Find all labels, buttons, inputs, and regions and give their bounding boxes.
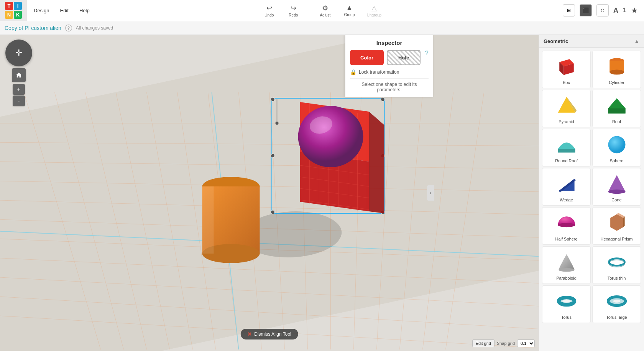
color-button[interactable]: Color: [350, 50, 384, 65]
group-button[interactable]: ▲ Group: [339, 2, 360, 18]
star-view-button[interactable]: ★: [631, 6, 638, 15]
3d-view-button[interactable]: ⬛: [580, 4, 592, 16]
hole-button[interactable]: Hole: [387, 50, 421, 65]
svg-marker-81: [623, 216, 624, 227]
project-name[interactable]: Copy of PI custom alien: [5, 25, 61, 31]
sphere-label: Sphere: [610, 158, 623, 163]
help-badge[interactable]: ?: [65, 25, 72, 31]
box-label: Box: [563, 80, 570, 85]
shape-item-pyramid[interactable]: Pyramid: [542, 90, 591, 127]
shape-item-box[interactable]: Box: [542, 51, 591, 88]
roof-label: Roof: [612, 119, 621, 124]
torus-label: Torus: [561, 315, 572, 320]
shape-item-torus-large[interactable]: Torus large: [592, 285, 641, 323]
svg-point-77: [608, 190, 625, 194]
torus-large-icon: [605, 289, 629, 313]
menu-edit[interactable]: Edit: [54, 4, 74, 16]
redo-button[interactable]: ↪ Redo: [283, 2, 304, 19]
snap-grid-label: Snap grid: [497, 341, 515, 346]
torus-icon: [554, 289, 579, 313]
grid-view-button[interactable]: ⊞: [563, 4, 575, 16]
undo-icon: ↩: [266, 4, 272, 12]
half-sphere-icon: [554, 211, 579, 235]
inspector-help-icon[interactable]: ?: [425, 50, 429, 65]
lock-icon: 🔒: [350, 69, 356, 75]
number-view-button[interactable]: 1: [623, 7, 626, 14]
menu-help[interactable]: Help: [74, 4, 95, 16]
pan-arrows: ✛: [15, 48, 22, 58]
torus-large-label: Torus large: [606, 315, 627, 320]
adjust-button[interactable]: ⚙ Adjust: [315, 2, 336, 19]
svg-marker-67: [558, 97, 575, 113]
pyramid-label: Pyramid: [559, 119, 574, 124]
svg-point-90: [613, 300, 620, 303]
inspector-title: Inspector: [350, 40, 429, 46]
shapes-sidebar: Geometric ▲ Box: [539, 35, 644, 351]
dismiss-bar[interactable]: ✕ Dismiss Align Tool: [240, 329, 298, 339]
panel-toggle-button[interactable]: ›: [427, 185, 434, 201]
menu-design[interactable]: Design: [28, 4, 54, 16]
shape-item-hex-prism[interactable]: Hexagonal Prism: [592, 207, 641, 245]
svg-point-78: [558, 223, 575, 227]
torus-thin-label: Torus thin: [608, 276, 626, 280]
inspector-panel: Inspector Color Hole ? 🔒 Lock transforma…: [345, 35, 433, 97]
main-area: ✛ + -: [0, 35, 644, 351]
group-icon: ▲: [346, 4, 353, 12]
cone-label: Cone: [611, 198, 621, 202]
logo[interactable]: T I N K: [0, 0, 27, 21]
shapes-header: Geometric ▲: [539, 35, 644, 48]
round-roof-icon: [554, 132, 579, 157]
undo-button[interactable]: ↩ Undo: [259, 2, 280, 19]
ungroup-button[interactable]: △ Ungroup: [363, 2, 385, 19]
view-controls: ⊞ ⬛ ⬡ A 1 ★: [563, 4, 644, 16]
adjust-icon: ⚙: [322, 4, 328, 12]
round-roof-label: Round Roof: [555, 158, 578, 163]
text-view-button[interactable]: A: [613, 7, 618, 15]
shape-item-half-sphere[interactable]: Half Sphere: [542, 207, 591, 245]
logo-k: K: [14, 11, 22, 19]
dismiss-label: Dismiss Align Tool: [254, 331, 291, 337]
cylinder-label: Cylinder: [609, 80, 624, 85]
subtitle-bar: Copy of PI custom alien ? All changes sa…: [0, 21, 644, 35]
shape-item-paraboloid[interactable]: Paraboloid: [542, 246, 591, 284]
home-view-button[interactable]: [12, 68, 26, 82]
svg-marker-76: [608, 175, 625, 192]
box-icon: [554, 54, 579, 79]
grid-controls: Edit grid Snap grid 0.1 0.5 1: [472, 339, 535, 347]
edit-grid-button[interactable]: Edit grid: [472, 339, 495, 347]
ungroup-icon: △: [371, 4, 377, 12]
logo-i: I: [14, 2, 22, 10]
cone-icon: [605, 171, 629, 196]
shapes-collapse-button[interactable]: ▲: [634, 38, 639, 44]
pyramid-icon: [554, 93, 579, 118]
shapes-grid: Box Cylinder: [539, 48, 644, 326]
redo-icon: ↪: [291, 4, 296, 12]
shapes-title: Geometric: [544, 38, 568, 44]
toolbar: ↩ Undo ↪ Redo ⚙ Adjust ▲ Group △ Ungroup: [259, 2, 385, 19]
svg-point-82: [559, 268, 574, 272]
inspector-message: Select one shape to edit its parameters.: [350, 78, 429, 92]
canvas-area[interactable]: ✛ + -: [0, 35, 539, 351]
shape-item-torus-thin[interactable]: Torus thin: [592, 246, 641, 284]
pan-control[interactable]: ✛: [5, 40, 32, 66]
menu-bar: Design Edit Help: [28, 4, 95, 16]
shape-item-round-roof[interactable]: Round Roof: [542, 129, 591, 166]
hex-prism-label: Hexagonal Prism: [601, 237, 633, 241]
grid-canvas: [0, 35, 539, 351]
top-bar: T I N K Design Edit Help ↩ Undo ↪ Redo ⚙…: [0, 0, 644, 21]
shape-item-cone[interactable]: Cone: [592, 168, 641, 206]
half-sphere-label: Half Sphere: [555, 237, 577, 241]
shape-item-cylinder[interactable]: Cylinder: [592, 51, 641, 88]
logo-n: N: [5, 11, 13, 19]
shape-item-roof[interactable]: Roof: [592, 90, 641, 127]
shape-item-sphere[interactable]: Sphere: [592, 129, 641, 166]
zoom-in-button[interactable]: +: [13, 84, 25, 95]
snap-grid-select[interactable]: 0.1 0.5 1: [517, 339, 535, 347]
zoom-out-button[interactable]: -: [13, 96, 25, 106]
perspective-view-button[interactable]: ⬡: [596, 4, 609, 16]
svg-rect-72: [558, 149, 575, 152]
shape-item-wedge[interactable]: Wedge: [542, 168, 591, 206]
sphere-icon: [605, 132, 629, 157]
shape-item-torus[interactable]: Torus: [542, 285, 591, 323]
cylinder-icon: [605, 54, 629, 79]
